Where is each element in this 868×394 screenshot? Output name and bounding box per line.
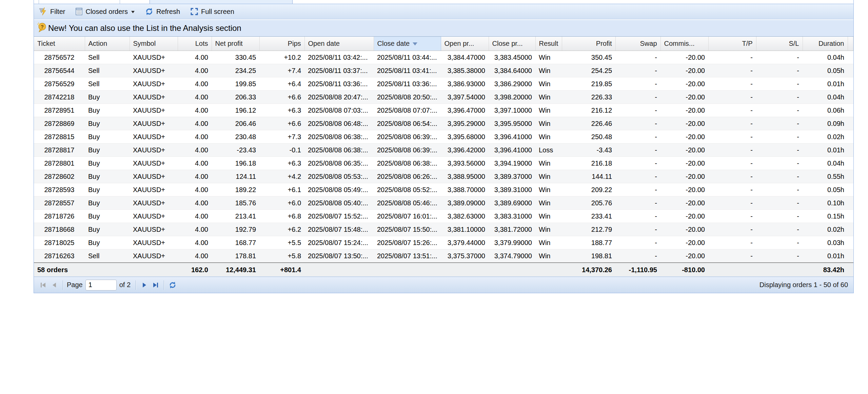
cell-swap: - — [615, 236, 660, 249]
cell-commission: -20.00 — [660, 223, 708, 236]
column-header-symbol[interactable]: Symbol — [130, 37, 178, 51]
table-row[interactable]: 28728815BuyXAUUSD+4.00230.48+7.32025/08/… — [34, 130, 853, 144]
refresh-button[interactable]: Refresh — [145, 7, 180, 16]
cell-lots: 4.00 — [178, 77, 212, 91]
column-header-open_date[interactable]: Open date — [304, 37, 374, 51]
grid-header-row: TicketActionSymbolLotsNet profitPipsOpen… — [34, 37, 853, 51]
cell-sl: - — [756, 117, 803, 130]
column-header-close_date[interactable]: Close date — [374, 37, 441, 51]
cell-ticket: 28742218 — [34, 91, 85, 104]
pager-last-button[interactable] — [150, 280, 161, 290]
cell-commission: -20.00 — [660, 104, 708, 117]
cell-close_price: 3,396.41000 — [489, 130, 535, 144]
column-header-net_profit[interactable]: Net profit — [212, 37, 259, 51]
cell-ticket: 28728817 — [34, 144, 85, 157]
paging-toolbar: Page of 2 Displaying orders 1 - 50 of 60 — [34, 277, 853, 293]
pager-prev-button[interactable] — [49, 280, 60, 290]
cell-result: Win — [535, 170, 562, 183]
cell-close_price: 3,374.79000 — [489, 249, 535, 263]
column-header-result[interactable]: Result — [535, 37, 562, 51]
table-row[interactable]: 28718025BuyXAUUSD+4.00168.77+5.52025/08/… — [34, 236, 853, 249]
column-header-label: Lots — [195, 40, 208, 47]
cell-ticket: 28728815 — [34, 130, 85, 144]
column-header-open_price[interactable]: Open pr... — [441, 37, 489, 51]
summary-close_date — [374, 263, 441, 277]
column-header-commission[interactable]: Commis... — [660, 37, 708, 51]
cell-sl: - — [756, 223, 803, 236]
filter-button[interactable]: Filter — [39, 7, 65, 16]
cell-symbol: XAUUSD+ — [130, 117, 178, 130]
summary-swap: -1,110.95 — [615, 263, 660, 277]
cell-result: Win — [535, 249, 562, 263]
cell-swap: - — [615, 210, 660, 223]
pager-first-button[interactable] — [38, 280, 49, 290]
column-header-close_price[interactable]: Close pr... — [489, 37, 535, 51]
cell-commission: -20.00 — [660, 64, 708, 77]
cell-swap: - — [615, 64, 660, 77]
cell-filler — [848, 183, 853, 196]
table-row[interactable]: 28728951BuyXAUUSD+4.00196.12+6.32025/08/… — [34, 104, 853, 117]
column-header-label: Action — [88, 40, 107, 47]
cell-profit: 212.79 — [562, 223, 615, 236]
cell-net_profit: 192.79 — [212, 223, 259, 236]
cell-pips: +6.6 — [259, 91, 304, 104]
table-row[interactable]: 28728817BuyXAUUSD+4.00-23.43-0.12025/08/… — [34, 144, 853, 157]
fullscreen-button[interactable]: Full screen — [190, 7, 234, 16]
orders-type-dropdown[interactable]: Closed orders — [75, 7, 135, 16]
table-row[interactable]: 28756572SellXAUUSD+4.00330.45+10.22025/0… — [34, 51, 853, 64]
cell-profit: 198.81 — [562, 249, 615, 263]
table-row[interactable]: 28718726BuyXAUUSD+4.00213.41+6.82025/08/… — [34, 210, 853, 223]
table-row[interactable]: 28718668BuyXAUUSD+4.00192.79+6.22025/08/… — [34, 223, 853, 236]
cell-open_price: 3,379.44000 — [441, 236, 489, 249]
cell-sl: - — [756, 51, 803, 64]
cell-open_price: 3,381.10000 — [441, 223, 489, 236]
table-row[interactable]: 28728593BuyXAUUSD+4.00189.22+6.12025/08/… — [34, 183, 853, 196]
page-number-input[interactable] — [85, 280, 117, 290]
cell-open_date: 2025/08/08 06:35:... — [304, 157, 374, 170]
cell-lots: 4.00 — [178, 104, 212, 117]
pager-next-button[interactable] — [139, 280, 150, 290]
table-row[interactable]: 28728557BuyXAUUSD+4.00185.76+6.02025/08/… — [34, 196, 853, 210]
cell-commission: -20.00 — [660, 130, 708, 144]
notice-banner: ? New! You can also use the List in the … — [34, 19, 853, 37]
tab-divider — [120, 0, 120, 4]
active-tab-fragment — [150, 0, 293, 4]
pager-status: Displaying orders 1 - 50 of 60 — [760, 281, 849, 289]
cell-pips: +7.3 — [259, 130, 304, 144]
column-header-pips[interactable]: Pips — [259, 37, 304, 51]
sort-desc-icon — [413, 42, 417, 45]
table-row[interactable]: 28756529SellXAUUSD+4.00199.85+6.42025/08… — [34, 77, 853, 91]
column-header-profit[interactable]: Profit — [562, 37, 615, 51]
pager-refresh-button[interactable] — [167, 280, 178, 290]
table-row[interactable]: 28728801BuyXAUUSD+4.00196.18+6.32025/08/… — [34, 157, 853, 170]
column-header-action[interactable]: Action — [85, 37, 130, 51]
table-row[interactable]: 28742218BuyXAUUSD+4.00206.33+6.62025/08/… — [34, 91, 853, 104]
cell-net_profit: 213.41 — [212, 210, 259, 223]
cell-swap: - — [615, 51, 660, 64]
column-header-label: Profit — [596, 40, 612, 47]
column-header-tp[interactable]: T/P — [708, 37, 756, 51]
column-header-ticket[interactable]: Ticket — [34, 37, 85, 51]
cell-action: Buy — [85, 210, 130, 223]
pager-separator — [63, 280, 63, 290]
column-header-sl[interactable]: S/L — [756, 37, 803, 51]
column-header-swap[interactable]: Swap — [615, 37, 660, 51]
cell-lots: 4.00 — [178, 64, 212, 77]
cell-tp: - — [708, 91, 756, 104]
table-row[interactable]: 28728869BuyXAUUSD+4.00206.46+6.62025/08/… — [34, 117, 853, 130]
cell-profit: 350.45 — [562, 51, 615, 64]
cell-swap: - — [615, 249, 660, 263]
summary-lots: 162.0 — [178, 263, 212, 277]
table-row[interactable]: 28756544SellXAUUSD+4.00234.25+7.42025/08… — [34, 64, 853, 77]
table-row[interactable]: 28728602BuyXAUUSD+4.00124.11+4.22025/08/… — [34, 170, 853, 183]
table-row[interactable]: 28716263SellXAUUSD+4.00178.81+5.82025/08… — [34, 249, 853, 263]
cell-close_price: 3,398.20000 — [489, 91, 535, 104]
cell-action: Buy — [85, 236, 130, 249]
cell-action: Buy — [85, 157, 130, 170]
cell-close_date: 2025/08/08 05:52:... — [374, 183, 441, 196]
cell-action: Sell — [85, 51, 130, 64]
summary-close_price — [489, 263, 535, 277]
column-header-lots[interactable]: Lots — [178, 37, 212, 51]
cell-filler — [848, 210, 853, 223]
column-header-duration[interactable]: Duration — [803, 37, 848, 51]
